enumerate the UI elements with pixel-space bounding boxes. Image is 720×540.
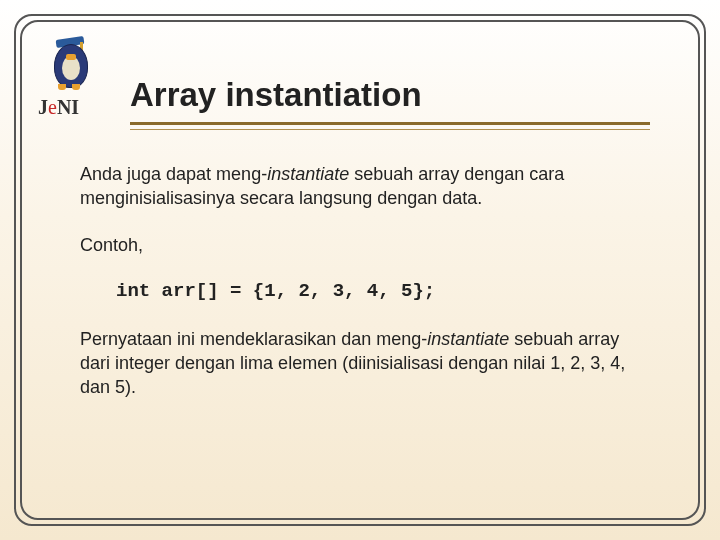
slide: JeNI Array instantiation Anda juga dapat… [0,0,720,540]
mascot-foot-icon [58,84,66,90]
mascot-beak-icon [66,54,76,60]
para3-pre: Pernyataan ini mendeklarasikan dan meng- [80,329,427,349]
paragraph-2: Contoh, [80,233,640,257]
content: Anda juga dapat meng-instantiate sebuah … [80,162,640,399]
header: Array instantiation [130,28,680,130]
jeni-logo: JeNI [36,40,110,136]
logo-text-j: J [38,96,48,118]
para3-italic: instantiate [427,329,509,349]
logo-text-ni: NI [57,96,79,118]
slide-title: Array instantiation [130,76,680,114]
title-rule-thin [130,129,650,130]
para1-pre: Anda juga dapat meng- [80,164,267,184]
title-rule-thick [130,122,650,125]
para1-italic: instantiate [267,164,349,184]
mascot-foot-icon [72,84,80,90]
code-example: int arr[] = {1, 2, 3, 4, 5}; [116,279,640,305]
logo-text: JeNI [38,96,79,119]
paragraph-1: Anda juga dapat meng-instantiate sebuah … [80,162,640,211]
paragraph-3: Pernyataan ini mendeklarasikan dan meng-… [80,327,640,400]
logo-text-e: e [48,96,57,118]
